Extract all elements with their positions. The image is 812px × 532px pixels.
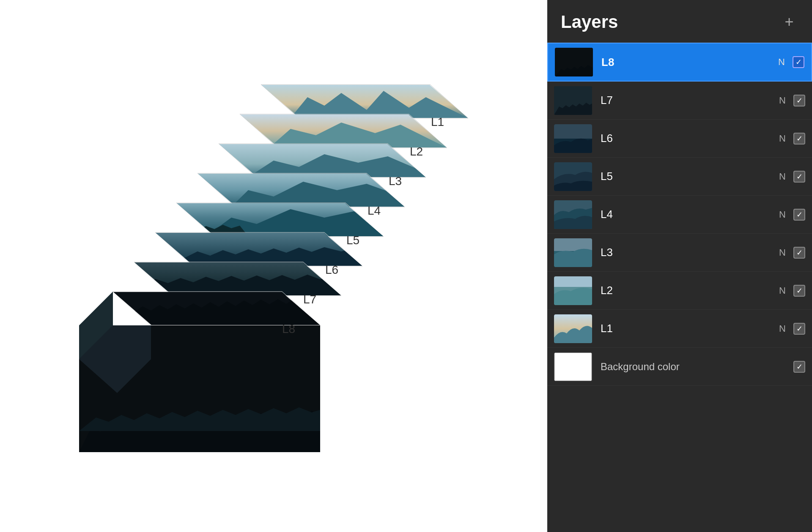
- label-l1: L1: [431, 115, 444, 128]
- label-l3: L3: [389, 175, 402, 188]
- svg-rect-51: [554, 353, 591, 381]
- label-l4: L4: [368, 204, 381, 217]
- blend-mode-l8[interactable]: N: [778, 57, 785, 68]
- layer-name-l1: L1: [601, 322, 779, 335]
- layer-item-l1[interactable]: L1N✓: [547, 310, 812, 348]
- layer-name-l2: L2: [601, 284, 779, 297]
- layers-header: Layers +: [547, 0, 812, 43]
- svg-rect-42: [554, 124, 592, 139]
- layer-thumbnail-l8: [555, 48, 593, 76]
- layer-name-bg: Background color: [601, 361, 793, 373]
- layer-item-bg[interactable]: Background color✓: [547, 348, 812, 386]
- layer-thumbnail-l7: [554, 86, 592, 115]
- blend-mode-l4[interactable]: N: [779, 209, 786, 220]
- blend-mode-l6[interactable]: N: [779, 133, 786, 144]
- visibility-checkbox-l1[interactable]: ✓: [793, 323, 805, 335]
- visibility-checkbox-l7[interactable]: ✓: [793, 95, 805, 106]
- visibility-checkbox-l8[interactable]: ✓: [793, 56, 804, 68]
- visibility-checkbox-l2[interactable]: ✓: [793, 285, 805, 297]
- visibility-checkbox-l5[interactable]: ✓: [793, 171, 805, 183]
- canvas-area: L1 L2 L3 L4 L5 L6 L7 L8: [0, 0, 547, 532]
- layer-name-l6: L6: [601, 132, 779, 145]
- layers-list: L8N✓ L7N✓ L6N✓ L5N✓ L4N✓ L3N✓ L2N✓: [547, 43, 812, 532]
- blend-mode-l3[interactable]: N: [779, 247, 786, 258]
- visibility-checkbox-l4[interactable]: ✓: [793, 209, 805, 221]
- blend-mode-l7[interactable]: N: [779, 95, 786, 106]
- illustration: L1 L2 L3 L4 L5 L6 L7 L8: [79, 63, 468, 469]
- label-l7: L7: [303, 293, 316, 306]
- layers-title: Layers: [561, 12, 618, 32]
- layer-thumbnail-l1: [554, 314, 592, 343]
- layer-name-l8: L8: [601, 56, 778, 69]
- layer-item-l5[interactable]: L5N✓: [547, 158, 812, 196]
- layer-item-l6[interactable]: L6N✓: [547, 120, 812, 158]
- layer-thumbnail-l4: [554, 200, 592, 229]
- visibility-checkbox-l3[interactable]: ✓: [793, 247, 805, 259]
- layer-thumbnail-l3: [554, 238, 592, 267]
- layer-thumbnail-l2: [554, 276, 592, 305]
- layer-name-l3: L3: [601, 246, 779, 259]
- layer-name-l4: L4: [601, 208, 779, 221]
- label-l2: L2: [410, 145, 423, 158]
- layer-item-l3[interactable]: L3N✓: [547, 234, 812, 272]
- layers-panel: Layers + L8N✓ L7N✓ L6N✓ L5N✓ L4N✓ L3N✓: [547, 0, 812, 532]
- layer-item-l2[interactable]: L2N✓: [547, 272, 812, 310]
- visibility-checkbox-bg[interactable]: ✓: [793, 361, 805, 373]
- layer-name-l7: L7: [601, 94, 779, 107]
- label-l8: L8: [282, 322, 295, 336]
- label-l6: L6: [325, 263, 338, 276]
- label-l5: L5: [346, 234, 359, 247]
- layer-thumbnail-bg: [554, 352, 592, 381]
- add-layer-button[interactable]: +: [780, 13, 798, 31]
- visibility-checkbox-l6[interactable]: ✓: [793, 133, 805, 145]
- layer-item-l7[interactable]: L7N✓: [547, 82, 812, 120]
- blend-mode-l5[interactable]: N: [779, 171, 786, 182]
- blend-mode-l2[interactable]: N: [779, 285, 786, 296]
- layer-item-l4[interactable]: L4N✓: [547, 196, 812, 234]
- layer-name-l5: L5: [601, 170, 779, 183]
- layer-thumbnail-l5: [554, 162, 592, 191]
- layer-thumbnail-l6: [554, 124, 592, 153]
- blend-mode-l1[interactable]: N: [779, 323, 786, 334]
- layer-item-l8[interactable]: L8N✓: [547, 43, 812, 82]
- svg-rect-48: [554, 276, 592, 287]
